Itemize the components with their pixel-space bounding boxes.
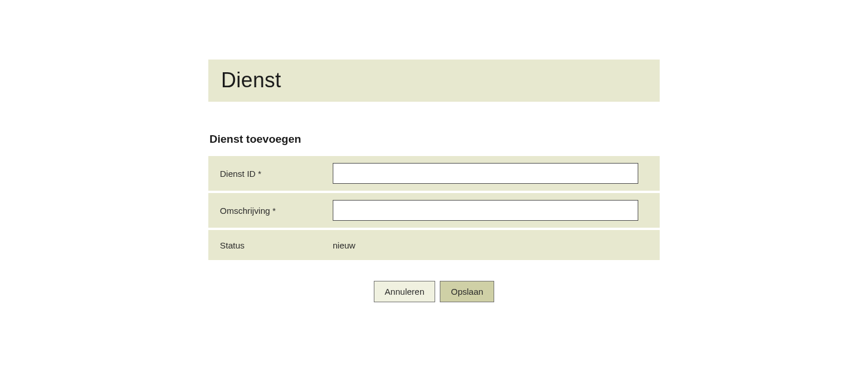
dienst-id-label: Dienst ID * [220,169,333,179]
page-container: Dienst Dienst toevoegen Dienst ID * Omsc… [208,60,660,302]
button-row: Annuleren Opslaan [208,281,660,302]
status-label: Status [220,240,333,250]
cancel-button[interactable]: Annuleren [374,281,435,302]
section-title: Dienst toevoegen [209,133,660,146]
dienst-id-input[interactable] [333,163,638,184]
form-section: Dienst toevoegen Dienst ID * Omschrijvin… [208,133,660,302]
page-header: Dienst [208,60,660,103]
omschrijving-input-wrap [333,200,648,221]
form-row-omschrijving: Omschrijving * [208,193,660,230]
save-button[interactable]: Opslaan [440,281,494,302]
form-row-status: Status nieuw [208,230,660,262]
dienst-id-input-wrap [333,163,648,184]
status-value: nieuw [333,240,355,250]
omschrijving-label: Omschrijving * [220,206,333,216]
form-row-dienst-id: Dienst ID * [208,156,660,193]
omschrijving-input[interactable] [333,200,638,221]
page-title: Dienst [221,68,647,92]
